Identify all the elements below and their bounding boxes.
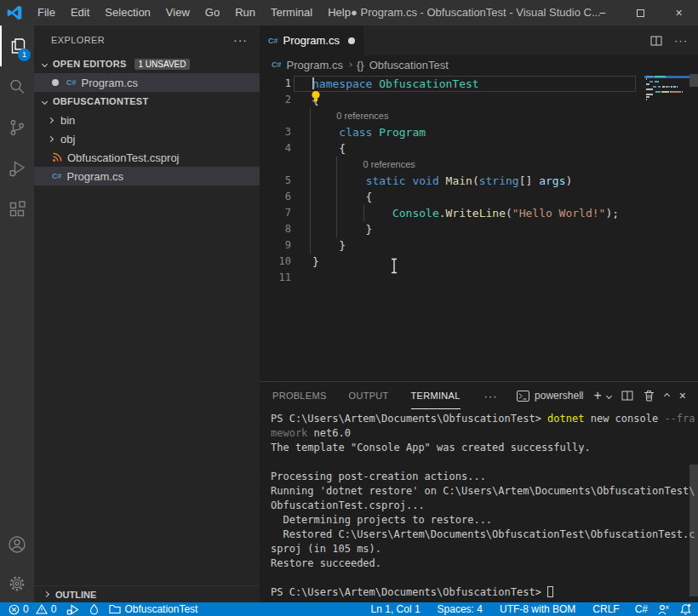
editor-scrollbar-thumb[interactable] — [689, 74, 698, 87]
tab-output[interactable]: OUTPUT — [349, 382, 389, 409]
menu-view[interactable]: View — [158, 0, 197, 26]
tree-item-obj[interactable]: obj — [34, 129, 260, 148]
tree-item-program-cs[interactable]: C# Program.cs — [34, 167, 260, 185]
sidebar-title: EXPLORER — [51, 35, 105, 45]
code-line-3[interactable]: 3 class Program — [260, 124, 651, 140]
cursor-position[interactable]: Ln 1, Col 1 — [366, 602, 426, 616]
shell-selector[interactable]: powershell — [535, 390, 583, 402]
open-editor-item-program-cs[interactable]: C# Program.cs — [34, 73, 260, 92]
close-button[interactable]: × — [660, 0, 698, 26]
terminal-dropdown-icon[interactable] — [606, 392, 612, 398]
new-terminal-icon[interactable]: + — [593, 388, 601, 403]
code-line-10[interactable]: 10} — [260, 254, 651, 270]
lightbulb-icon[interactable] — [310, 90, 322, 103]
indentation[interactable]: Spaces: 4 — [432, 602, 488, 616]
terminal-line — [271, 571, 698, 585]
tab-bar: C# Program.cs ··· — [260, 26, 698, 55]
problems-status[interactable]: 0 0 — [0, 602, 61, 616]
split-editor-icon[interactable] — [650, 35, 662, 47]
explorer-icon[interactable]: 1 — [0, 26, 34, 66]
settings-gear-icon[interactable] — [0, 565, 34, 602]
terminal-line: Restore succeeded. — [271, 556, 698, 571]
language-mode[interactable]: C# — [630, 602, 653, 616]
error-icon — [9, 604, 20, 615]
run-debug-icon[interactable] — [0, 148, 34, 189]
code-line-9[interactable]: 9 } — [260, 237, 651, 254]
encoding[interactable]: UTF-8 with BOM — [495, 602, 581, 616]
tab-program-cs[interactable]: C# Program.cs — [260, 26, 363, 55]
window-title: ● Program.cs - ObfuscationTest - Visual … — [351, 0, 601, 26]
menu-selection[interactable]: Selection — [97, 0, 157, 26]
code-line-5[interactable]: 5 static void Main(string[] args) — [260, 173, 651, 189]
code-line-8[interactable]: 8 } — [260, 221, 651, 237]
breadcrumb: C# Program.cs {} ObfuscationTest — [260, 55, 698, 74]
code-line-7[interactable]: 7 Console.WriteLine("Hello World!"); — [260, 205, 651, 221]
codelens-references[interactable]: 0 references — [260, 108, 651, 124]
menu-run[interactable]: Run — [227, 0, 263, 26]
unsaved-dot-icon[interactable] — [52, 79, 59, 86]
terminal-output[interactable]: PS C:\Users\Artem\Documents\ObfuscationT… — [260, 409, 698, 600]
chevron-down-icon — [42, 60, 48, 66]
terminal-line: sproj (in 105 ms). — [271, 542, 698, 556]
project-selector[interactable]: ObfuscationTest — [104, 602, 203, 616]
minimize-button[interactable]: − — [583, 0, 621, 26]
terminal-cursor — [547, 586, 553, 597]
tab-problems[interactable]: PROBLEMS — [272, 382, 327, 409]
open-editors-header[interactable]: OPEN EDITORS 1 UNSAVED — [34, 54, 260, 73]
tab-terminal[interactable]: TERMINAL — [411, 382, 461, 409]
tree-item-bin[interactable]: bin — [34, 111, 260, 129]
chevron-right-icon — [43, 591, 49, 597]
omnisharp-flame-icon[interactable] — [84, 602, 104, 616]
folder-header-obfuscationtest[interactable]: OBFUSCATIONTEST — [34, 92, 260, 111]
maximize-button[interactable] — [621, 0, 660, 26]
code-editor[interactable]: 1namespace ObfuscationTest2{0 references… — [260, 74, 698, 381]
terminal-line: PS C:\Users\Artem\Documents\ObfuscationT… — [271, 585, 698, 600]
menu-file[interactable]: File — [30, 0, 63, 26]
terminal-line: Processing post-creation actions... — [271, 470, 698, 484]
panel-more-actions-icon[interactable]: ··· — [484, 390, 498, 402]
terminal-line: ObfuscationTest.csproj... — [271, 499, 698, 513]
unsaved-badge: 1 UNSAVED — [134, 59, 191, 70]
status-bar: 0 0 ObfuscationTest Ln 1, Col 1 Spaces: … — [0, 602, 698, 616]
terminal-scrollbar[interactable] — [689, 465, 698, 596]
extensions-icon[interactable] — [0, 189, 34, 230]
unsaved-dot-icon[interactable] — [348, 37, 355, 44]
breadcrumb-file[interactable]: Program.cs — [287, 59, 343, 71]
menu-terminal[interactable]: Terminal — [263, 0, 320, 26]
minimap[interactable] — [644, 76, 689, 379]
tree-item-csproj[interactable]: ObfuscationTest.csproj — [34, 148, 260, 167]
menu-go[interactable]: Go — [197, 0, 227, 26]
feedback-icon[interactable] — [653, 602, 675, 616]
panel-tab-bar: PROBLEMS OUTPUT TERMINAL ··· powershell … — [260, 382, 698, 409]
eol-sequence[interactable]: CRLF — [587, 602, 624, 616]
terminal-line: mework net6.0 — [271, 426, 698, 441]
terminal-line: Determining projects to restore... — [271, 513, 698, 528]
code-line-11[interactable]: 11 — [260, 270, 651, 286]
maximize-panel-icon[interactable] — [664, 392, 670, 398]
code-lines: 1namespace ObfuscationTest2{0 references… — [260, 76, 651, 286]
mouse-ibeam-cursor — [390, 258, 398, 274]
close-panel-icon[interactable]: × — [679, 389, 686, 402]
code-line-4[interactable]: 4 { — [260, 140, 651, 157]
outline-section-header[interactable]: OUTLINE — [34, 585, 260, 602]
menu-edit[interactable]: Edit — [63, 0, 97, 26]
terminal-line: Restored C:\Users\Artem\Documents\Obfusc… — [271, 528, 698, 542]
explorer-more-actions-icon[interactable]: ··· — [233, 33, 248, 47]
bottom-panel: PROBLEMS OUTPUT TERMINAL ··· powershell … — [260, 381, 698, 602]
split-terminal-icon[interactable] — [621, 390, 633, 402]
kill-terminal-trash-icon[interactable] — [644, 390, 655, 402]
code-line-6[interactable]: 6 { — [260, 189, 651, 205]
codelens-references[interactable]: 0 references — [260, 157, 651, 173]
csharp-file-icon: C# — [66, 78, 77, 87]
debug-status-icon[interactable] — [61, 602, 84, 616]
title-bar: File Edit Selection View Go Run Terminal… — [0, 0, 698, 26]
search-icon[interactable] — [0, 66, 34, 107]
chevron-down-icon — [42, 98, 48, 104]
source-control-icon[interactable] — [0, 107, 34, 148]
account-icon[interactable] — [0, 524, 34, 565]
breadcrumb-symbol[interactable]: ObfuscationTest — [369, 59, 449, 71]
chevron-right-icon — [48, 135, 54, 141]
terminal-line: PS C:\Users\Artem\Documents\ObfuscationT… — [271, 412, 698, 426]
notifications-bell-icon[interactable] — [675, 602, 698, 616]
editor-more-actions-icon[interactable]: ··· — [674, 34, 688, 47]
